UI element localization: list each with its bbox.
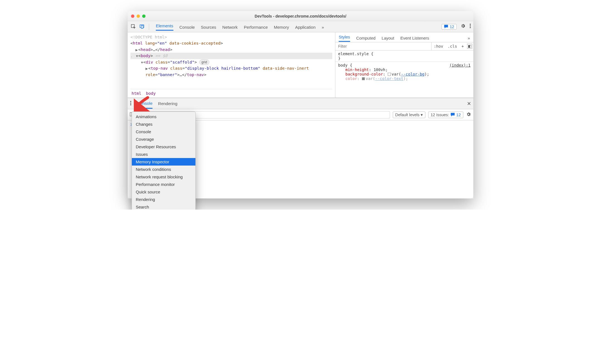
window-title: DevTools - developer.chrome.com/docs/dev… bbox=[128, 14, 473, 18]
color-swatch-icon[interactable] bbox=[388, 73, 391, 76]
dom-line-selected[interactable]: ▼<body> == $0 bbox=[130, 53, 332, 59]
drawer-close-button[interactable]: ✕ bbox=[467, 101, 471, 107]
chat-icon bbox=[444, 25, 448, 29]
dom-line[interactable]: <html lang="en" data-cookies-accepted> bbox=[130, 40, 332, 46]
menu-item[interactable]: Coverage bbox=[132, 135, 195, 143]
subtab-computed[interactable]: Computed bbox=[356, 36, 375, 40]
dom-line[interactable]: ▶<head>…</head> bbox=[130, 47, 332, 53]
tab-elements[interactable]: Elements bbox=[156, 23, 173, 31]
tab-console[interactable]: Console bbox=[180, 24, 195, 30]
svg-point-8 bbox=[130, 104, 131, 105]
styles-subtabs: Styles Computed Layout Event Listeners » bbox=[335, 32, 473, 42]
window-titlebar: DevTools - developer.chrome.com/docs/dev… bbox=[128, 11, 473, 21]
menu-item[interactable]: Animations bbox=[132, 113, 195, 120]
dom-line[interactable]: ▼<div class="scaffold"> grid bbox=[130, 59, 332, 65]
panel-tabs: Elements Console Sources Network Perform… bbox=[156, 21, 324, 32]
settings-gear-icon[interactable] bbox=[461, 23, 466, 30]
style-rules[interactable]: element.style { } body {(index):1 min-he… bbox=[335, 50, 473, 82]
color-swatch-icon[interactable] bbox=[362, 77, 365, 80]
menu-item[interactable]: Developer Resources bbox=[132, 143, 195, 151]
dom-line[interactable]: <!DOCTYPE html> bbox=[130, 34, 332, 40]
issues-count: 12 bbox=[456, 113, 461, 117]
styles-filter-bar: :hov .cls + ◧ bbox=[335, 42, 473, 50]
css-declaration[interactable]: background-color: var(--color-bg); bbox=[338, 72, 471, 76]
toolbar-right: 12 bbox=[442, 23, 471, 30]
svg-rect-2 bbox=[141, 25, 143, 28]
console-settings-gear-icon[interactable] bbox=[466, 112, 471, 118]
menu-item[interactable]: Rendering bbox=[132, 196, 195, 203]
more-menu-kebab-icon[interactable] bbox=[469, 23, 471, 30]
issues-count: 12 bbox=[450, 25, 454, 29]
subtab-styles[interactable]: Styles bbox=[339, 35, 350, 42]
breadcrumb-item[interactable]: html bbox=[132, 91, 141, 96]
tabs-overflow-icon[interactable]: » bbox=[322, 24, 324, 30]
menu-item[interactable]: Quick source bbox=[132, 188, 195, 196]
menu-item[interactable]: Network request blocking bbox=[132, 173, 195, 181]
subtab-layout[interactable]: Layout bbox=[382, 36, 394, 40]
drawer-kebab-icon[interactable] bbox=[130, 101, 132, 106]
subtabs-overflow-icon[interactable]: » bbox=[468, 36, 470, 40]
menu-item[interactable]: Changes bbox=[132, 120, 195, 128]
dom-line[interactable]: ▶<top-nav class="display-block hairline-… bbox=[130, 65, 332, 78]
cls-toggle[interactable]: .cls bbox=[445, 44, 459, 48]
issues-label: 12 Issues: bbox=[431, 113, 449, 117]
new-rule-plus-icon[interactable]: + bbox=[459, 44, 466, 48]
tab-memory[interactable]: Memory bbox=[274, 24, 289, 30]
tab-sources[interactable]: Sources bbox=[201, 24, 216, 30]
css-declaration[interactable]: color: var(--color-text); bbox=[338, 76, 471, 81]
devtools-window: DevTools - developer.chrome.com/docs/dev… bbox=[128, 11, 473, 198]
rule-line[interactable]: element.style { bbox=[338, 52, 471, 56]
divider bbox=[335, 62, 473, 62]
rule-line[interactable]: body {(index):1 bbox=[338, 63, 471, 67]
inspect-element-icon[interactable] bbox=[130, 24, 137, 29]
menu-item[interactable]: Performance monitor bbox=[132, 181, 195, 188]
svg-point-3 bbox=[470, 24, 471, 25]
svg-point-5 bbox=[470, 27, 471, 28]
tab-performance[interactable]: Performance bbox=[244, 24, 268, 30]
breadcrumb-item[interactable]: body bbox=[146, 91, 156, 96]
menu-item[interactable]: Issues bbox=[132, 151, 195, 158]
styles-panel: Styles Computed Layout Event Listeners »… bbox=[335, 32, 473, 98]
drawer-tab-console[interactable]: Console bbox=[137, 99, 152, 109]
device-toolbar-icon[interactable] bbox=[138, 24, 146, 29]
chat-icon bbox=[451, 113, 455, 117]
svg-point-7 bbox=[130, 103, 131, 104]
tab-application[interactable]: Application bbox=[295, 24, 316, 30]
more-tools-menu: Animations Changes Console Coverage Deve… bbox=[132, 111, 196, 210]
menu-item-highlighted[interactable]: Memory Inspector bbox=[132, 158, 195, 166]
main-split: <!DOCTYPE html> <html lang="en" data-coo… bbox=[128, 32, 473, 98]
dom-tree-panel[interactable]: <!DOCTYPE html> <html lang="en" data-coo… bbox=[128, 32, 335, 98]
rule-line[interactable]: } bbox=[338, 56, 471, 60]
layout-chip[interactable]: grid bbox=[199, 59, 209, 65]
log-levels-select[interactable]: Default levels ▾ bbox=[393, 111, 425, 118]
subtab-event-listeners[interactable]: Event Listeners bbox=[400, 36, 429, 40]
main-toolbar: Elements Console Sources Network Perform… bbox=[128, 21, 473, 32]
menu-item[interactable]: Search bbox=[132, 203, 195, 210]
styles-filter-input[interactable] bbox=[335, 42, 432, 50]
source-link[interactable]: (index):1 bbox=[449, 63, 471, 67]
menu-item[interactable]: Network conditions bbox=[132, 166, 195, 173]
svg-point-6 bbox=[130, 101, 131, 102]
tab-network[interactable]: Network bbox=[222, 24, 238, 30]
drawer-tab-rendering[interactable]: Rendering bbox=[158, 101, 177, 106]
menu-item[interactable]: Console bbox=[132, 128, 195, 135]
svg-point-4 bbox=[470, 25, 471, 26]
drawer-tabs: Console Rendering ✕ bbox=[128, 98, 473, 109]
dom-tree[interactable]: <!DOCTYPE html> <html lang="en" data-coo… bbox=[130, 34, 332, 89]
console-issues-button[interactable]: 12 Issues: 12 bbox=[428, 111, 463, 118]
panel-toggle-icon[interactable]: ◧ bbox=[467, 44, 472, 49]
dom-breadcrumb: html body bbox=[130, 89, 332, 98]
divider bbox=[149, 24, 149, 30]
css-declaration[interactable]: min-height: 100vh; bbox=[338, 67, 471, 72]
issues-counter[interactable]: 12 bbox=[442, 24, 457, 30]
hov-toggle[interactable]: :hov bbox=[432, 44, 445, 48]
